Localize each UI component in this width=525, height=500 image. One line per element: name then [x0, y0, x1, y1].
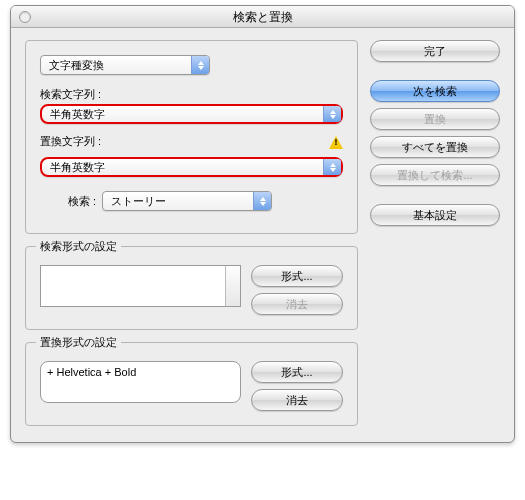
chevron-updown-icon [191, 56, 209, 74]
find-format-button[interactable]: 形式... [251, 265, 343, 287]
scope-label: 検索 : [40, 194, 96, 209]
scope-select[interactable]: ストーリー [102, 191, 272, 211]
replace-format-button[interactable]: 形式... [251, 361, 343, 383]
replace-format-clear-button[interactable]: 消去 [251, 389, 343, 411]
find-format-fieldset: 検索形式の設定 形式... 消去 [25, 246, 358, 330]
replace-string-select[interactable]: 半角英数字 [40, 157, 343, 177]
replace-string-label: 置換文字列 : [40, 134, 101, 149]
replace-format-text[interactable]: + Helvetica + Bold [40, 361, 241, 403]
char-type-value: 文字種変換 [49, 58, 104, 73]
window-title: 検索と置換 [233, 10, 293, 24]
scope-value: ストーリー [111, 194, 166, 209]
chevron-updown-icon [253, 192, 271, 210]
replace-format-legend: 置換形式の設定 [36, 335, 121, 350]
chevron-updown-icon [323, 159, 341, 175]
find-format-clear-button[interactable]: 消去 [251, 293, 343, 315]
find-format-text[interactable] [40, 265, 241, 307]
search-string-value: 半角英数字 [50, 107, 105, 122]
find-next-button[interactable]: 次を検索 [370, 80, 500, 102]
close-icon[interactable] [19, 11, 31, 23]
change-find-button[interactable]: 置換して検索... [370, 164, 500, 186]
replace-string-value: 半角英数字 [50, 160, 105, 175]
char-type-select[interactable]: 文字種変換 [40, 55, 210, 75]
done-button[interactable]: 完了 [370, 40, 500, 62]
dialog-window: 検索と置換 文字種変換 検索文字列 : 半角英数字 置換文字列 : [10, 5, 515, 443]
change-all-button[interactable]: すべてを置換 [370, 136, 500, 158]
prefs-button[interactable]: 基本設定 [370, 204, 500, 226]
replace-format-fieldset: 置換形式の設定 + Helvetica + Bold 形式... 消去 [25, 342, 358, 426]
search-string-label: 検索文字列 : [40, 87, 343, 102]
chevron-updown-icon [323, 106, 341, 122]
change-button[interactable]: 置換 [370, 108, 500, 130]
search-string-select[interactable]: 半角英数字 [40, 104, 343, 124]
titlebar: 検索と置換 [11, 6, 514, 28]
warning-icon [329, 136, 343, 150]
find-format-legend: 検索形式の設定 [36, 239, 121, 254]
search-panel: 文字種変換 検索文字列 : 半角英数字 置換文字列 : 半角英数字 [25, 40, 358, 234]
